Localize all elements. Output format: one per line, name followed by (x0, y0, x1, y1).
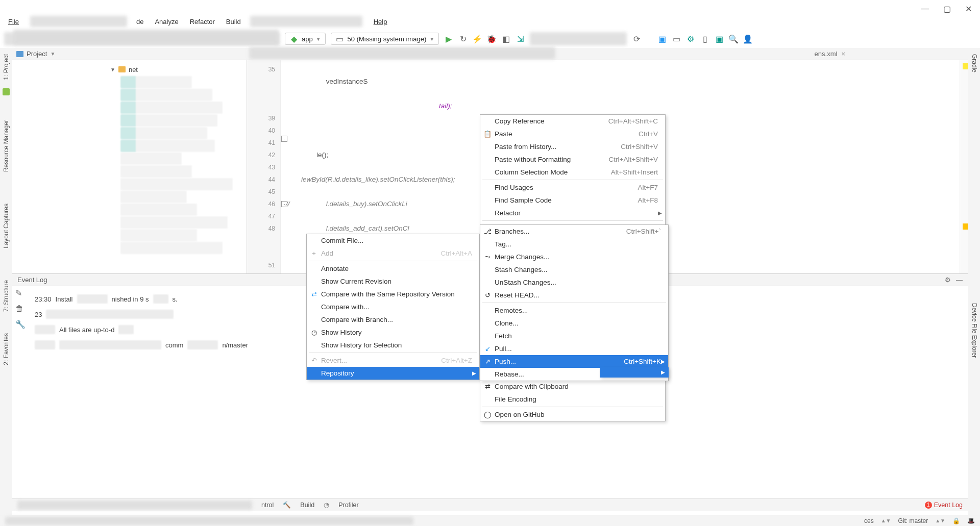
revert-icon: ↶ (310, 357, 318, 365)
hat-icon[interactable]: 🎩 (967, 517, 975, 524)
menu-item-compare-with[interactable]: Compare with... (307, 300, 479, 313)
pull-arrow-icon: ↙ (483, 345, 492, 353)
menu-item-reset-head[interactable]: ↺Reset HEAD... (480, 289, 668, 302)
module-label: app (302, 35, 313, 43)
right-tab-gradle[interactable]: Gradle (970, 52, 979, 74)
debug-android-icon[interactable]: 🐞 (487, 34, 496, 43)
search-icon[interactable]: 🔍 (729, 34, 738, 43)
status-git-branch[interactable]: Git: master (898, 517, 928, 524)
clock-icon: ◷ (310, 329, 318, 337)
bottom-tab-event-log[interactable]: 1 Event Log (925, 502, 963, 509)
device-manager-icon[interactable]: ▯ (700, 34, 709, 43)
menu-item-remotes[interactable]: Remotes... (480, 304, 668, 317)
menu-item-refactor-submenu[interactable]: Refactor▶ (480, 207, 665, 219)
reload-icon[interactable]: ⟳ (632, 34, 641, 43)
menu-item-annotate[interactable]: Annotate (307, 262, 479, 275)
menu-item-paste-plain[interactable]: Paste without FormattingCtrl+Alt+Shift+V (480, 153, 665, 166)
chevron-down-icon: ▼ (110, 67, 115, 72)
close-button[interactable]: ✕ (965, 4, 972, 14)
device-selector[interactable]: ▭ 50 (Missing system image) ▼ (331, 33, 439, 45)
menu-item-stash[interactable]: Stash Changes... (480, 263, 668, 276)
close-tab-icon[interactable]: × (841, 50, 845, 58)
left-tool-window-bar: 1: Project Resource Manager Layout Captu… (0, 48, 12, 515)
menu-item-paste-history[interactable]: Paste from History...Ctrl+Shift+V (480, 140, 665, 153)
attach-icon[interactable]: ⇲ (516, 34, 525, 43)
maximize-button[interactable]: ▢ (943, 4, 951, 14)
line-number: 41 (247, 137, 275, 149)
submenu-arrow-icon: ▶ (661, 369, 665, 375)
apply-changes-icon[interactable]: ↻ (458, 34, 468, 43)
run-icon[interactable]: ▶ (444, 34, 453, 43)
paste-icon: 📋 (483, 130, 492, 138)
menu-item-find-sample[interactable]: Find Sample CodeAlt+F8 (480, 194, 665, 207)
menu-item-unstash[interactable]: UnStash Changes... (480, 276, 668, 289)
menu-analyze[interactable]: Analyze (153, 17, 180, 27)
line-number: 51 (247, 259, 275, 271)
event-time: 23 (35, 311, 42, 318)
module-selector[interactable]: ◆ app ▼ (285, 33, 326, 45)
menu-item-pull[interactable]: ↙Pull... (480, 342, 668, 355)
menu-item-merge[interactable]: ⤳Merge Changes... (480, 251, 668, 263)
folder-icon (118, 66, 126, 72)
right-tab-device-file-explorer[interactable]: Device File Explorer (970, 301, 979, 360)
menu-item-revert[interactable]: ↶Revert...Ctrl+Alt+Z (307, 354, 479, 367)
bottom-tab-build[interactable]: Build (300, 502, 314, 509)
menu-item-push[interactable]: ↗Push...Ctrl+Shift+K▶ (480, 355, 668, 368)
user-icon[interactable]: 👤 (743, 34, 752, 43)
sdk-manager-icon[interactable]: ▣ (715, 34, 724, 43)
trash-icon[interactable]: 🗑 (15, 304, 26, 313)
warning-marker (963, 223, 968, 230)
menu-item-fetch[interactable]: Fetch (480, 330, 668, 342)
left-tab-resource-manager[interactable]: Resource Manager (2, 118, 11, 174)
editor-tab[interactable]: ens.xml (815, 50, 838, 58)
minimize-panel-icon[interactable]: — (956, 276, 963, 284)
compare-icon: ⇄ (483, 383, 492, 391)
android-logo-icon (3, 88, 10, 95)
menu-file[interactable]: File (4, 17, 23, 27)
minimize-button[interactable]: — (921, 4, 929, 14)
menu-item-show-history[interactable]: ◷Show History (307, 326, 479, 339)
menu-help[interactable]: Help (370, 17, 391, 27)
menu-item-paste[interactable]: 📋PasteCtrl+V (480, 128, 665, 140)
menu-item-tag[interactable]: Tag... (480, 238, 668, 251)
menu-item-repository[interactable]: Repository▶ (307, 367, 479, 380)
left-tab-project[interactable]: 1: Project (2, 52, 11, 82)
menu-item-commit-file[interactable]: Commit File... (307, 234, 479, 247)
menu-item-clone[interactable]: Clone... (480, 317, 668, 330)
menu-item-branches[interactable]: ⎇Branches...Ctrl+Shift+` (480, 225, 668, 238)
left-tab-layout-captures[interactable]: Layout Captures (2, 202, 11, 251)
avd-manager-icon[interactable]: ⚙ (686, 34, 695, 43)
menu-item-column-mode[interactable]: Column Selection ModeAlt+Shift+Insert (480, 166, 665, 179)
left-tab-structure[interactable]: 7: Structure (2, 278, 11, 314)
plus-icon: + (310, 249, 318, 258)
menu-item-add[interactable]: +AddCtrl+Alt+A (307, 247, 479, 260)
menu-item-show-history-selection[interactable]: Show History for Selection (307, 339, 479, 352)
menu-item-find-usages[interactable]: Find UsagesAlt+F7 (480, 181, 665, 194)
layout-inspector-icon[interactable]: ▭ (672, 34, 681, 43)
menu-item-open-github[interactable]: ◯Open on GitHub (480, 408, 665, 421)
lock-icon[interactable]: 🔒 (952, 517, 960, 524)
menu-item-show-current-revision[interactable]: Show Current Revision (307, 275, 479, 288)
tree-node-net[interactable]: ▼ net (18, 63, 240, 76)
dropdown-icon[interactable]: ▼ (50, 51, 55, 57)
menu-item-file-encoding[interactable]: File Encoding (480, 393, 665, 406)
project-structure-icon[interactable]: ▣ (657, 34, 667, 43)
wrench-icon[interactable]: 🔧 (15, 319, 26, 329)
menu-build[interactable]: Build (224, 17, 243, 27)
menu-item-compare-same-repo[interactable]: ⇄Compare with the Same Repository Versio… (307, 288, 479, 300)
menu-item-copy-reference[interactable]: Copy ReferenceCtrl+Alt+Shift+C (480, 115, 665, 128)
edit-icon[interactable]: ✎ (15, 288, 26, 298)
menu-item-compare-clipboard[interactable]: ⇄Compare with Clipboard (480, 380, 665, 393)
bottom-tab-profiler[interactable]: Profiler (338, 502, 359, 509)
gear-icon[interactable]: ⚙ (945, 276, 951, 284)
line-number: 45 (247, 186, 275, 198)
menu-code-partial[interactable]: de (134, 17, 145, 27)
lightning-icon[interactable]: ⚡ (473, 34, 482, 43)
bottom-tab-version-control[interactable]: ntrol (261, 502, 274, 509)
profiler-icon[interactable]: ◧ (501, 34, 510, 43)
branch-icon: ⎇ (483, 228, 492, 236)
status-ces: ces (864, 517, 874, 524)
menu-item-compare-branch[interactable]: Compare with Branch... (307, 313, 479, 326)
menu-refactor[interactable]: Refactor (188, 17, 217, 27)
left-tab-favorites[interactable]: 2: Favorites (2, 331, 11, 367)
